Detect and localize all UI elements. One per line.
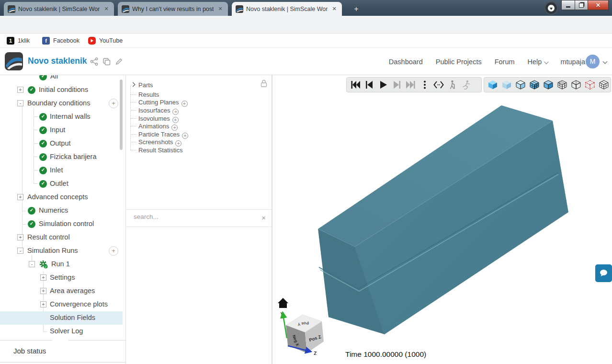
window-minimize-button[interactable] xyxy=(561,0,575,10)
add-boundary-condition-button[interactable] xyxy=(109,99,118,108)
play-button[interactable] xyxy=(378,80,388,90)
home-view-icon[interactable] xyxy=(278,298,288,308)
tab-close-icon[interactable]: ✕ xyxy=(102,5,110,13)
tree-item-fizicka-barijera[interactable]: Fizicka barijera xyxy=(0,150,123,164)
expand-chevron-icon[interactable] xyxy=(131,82,136,87)
surface-with-edges-view-icon[interactable] xyxy=(515,80,526,90)
tree-item-run-1[interactable]: - ✓ Run 1 xyxy=(0,258,123,271)
skip-to-end-button[interactable] xyxy=(406,80,416,90)
support-chat-button[interactable] xyxy=(595,264,612,282)
tree-item-inlet[interactable]: Inlet xyxy=(0,164,123,177)
tree-item-area-averages[interactable]: + Area averages xyxy=(0,284,123,298)
add-simulation-run-button[interactable] xyxy=(109,246,118,256)
tree-item-outlet[interactable]: Outlet xyxy=(0,177,123,191)
copy-project-icon[interactable] xyxy=(102,57,111,66)
parts-tree-item-isosurfaces[interactable]: Isosurfaces xyxy=(126,106,272,114)
parts-tree-item-cutting-planes[interactable]: Cutting Planes xyxy=(126,98,272,106)
edit-pencil-icon[interactable] xyxy=(115,57,124,66)
chat-bubble-icon xyxy=(599,269,608,277)
wireframe-view-icon[interactable] xyxy=(571,80,581,90)
view-cube-widget[interactable]: y Pos Y Neg X Pos Z z xyxy=(278,298,324,356)
geometry-model[interactable] xyxy=(318,105,568,334)
parts-tree-item-results[interactable]: Results xyxy=(126,91,272,98)
expander-icon[interactable]: + xyxy=(40,274,46,281)
walk-mode-icon[interactable] xyxy=(447,80,458,90)
next-frame-button[interactable] xyxy=(392,80,402,90)
tree-item-convergence-plots[interactable]: + Convergence plots xyxy=(0,298,123,311)
tree-item-internal-walls[interactable]: Internal walls xyxy=(0,110,123,124)
left-panel-scrollbar[interactable] xyxy=(120,80,123,150)
bookmark-1klik[interactable]: 1 1klik xyxy=(5,35,32,46)
nav-help[interactable]: Help xyxy=(528,58,548,66)
tree-item-boundary-conditions[interactable]: - Boundary conditions xyxy=(0,97,123,110)
solid-outline-view-icon[interactable] xyxy=(543,80,554,90)
parts-tree-item-screenshots[interactable]: Screenshots xyxy=(126,138,272,146)
tree-item-numerics[interactable]: Numerics xyxy=(0,204,123,217)
points-view-icon[interactable] xyxy=(585,80,595,90)
nav-forum[interactable]: Forum xyxy=(495,58,515,66)
bookmark-facebook[interactable]: f Facebook xyxy=(40,35,81,46)
expander-icon[interactable]: - xyxy=(29,261,35,267)
expander-icon[interactable]: - xyxy=(17,248,23,254)
expander-icon[interactable]: + xyxy=(17,194,23,200)
share-icon[interactable] xyxy=(90,57,99,66)
search-input[interactable] xyxy=(133,213,254,221)
viewport-3d[interactable]: y Pos Y Neg X Pos Z z xyxy=(272,75,612,364)
parts-tree-item-isovolumes[interactable]: Isovolumes xyxy=(126,114,272,122)
expander-icon[interactable]: - xyxy=(17,100,23,106)
browser-tab-2[interactable]: Why I can't view results in post p ✕ xyxy=(118,2,228,16)
record-extension-button[interactable] xyxy=(544,1,558,15)
solid-surface-view-icon[interactable] xyxy=(487,80,498,90)
parts-tree-item-animations[interactable]: Animations xyxy=(126,122,272,130)
user-avatar[interactable]: M xyxy=(586,55,600,68)
project-title: Novo staklenik xyxy=(28,56,87,66)
transparent-surface-view-icon[interactable] xyxy=(501,80,512,90)
expander-icon[interactable]: + xyxy=(17,234,23,240)
tree-item-initial-conditions[interactable]: + Initial conditions xyxy=(0,83,123,97)
nav-username[interactable]: mtupaja xyxy=(560,58,585,66)
tab-close-icon[interactable]: ✕ xyxy=(330,5,338,13)
expander-icon[interactable]: + xyxy=(17,87,23,93)
expander-icon[interactable]: + xyxy=(40,301,46,307)
tab-title: Novo staklenik | SimScale Workb xyxy=(18,6,100,12)
tree-item-simulation-control[interactable]: Simulation control xyxy=(0,217,123,231)
playback-options-kebab-icon[interactable] xyxy=(419,80,430,90)
bookmark-youtube[interactable]: YouTube xyxy=(86,35,125,46)
new-tab-button[interactable]: + xyxy=(350,4,363,14)
parts-tree-item-result-statistics[interactable]: Result Statistics xyxy=(126,146,272,154)
previous-frame-button[interactable] xyxy=(364,80,374,90)
tree-item-advanced-concepts[interactable]: + Advanced concepts xyxy=(0,191,123,204)
tab-title: Why I can't view results in post p xyxy=(132,6,214,12)
tree-item-all[interactable]: All xyxy=(0,75,123,83)
job-status-panel[interactable]: Job status xyxy=(0,341,125,363)
wireframe-mesh-view-icon[interactable] xyxy=(557,80,567,90)
tree-item-output[interactable]: Output xyxy=(0,137,123,150)
search-clear-icon[interactable]: × xyxy=(261,214,266,222)
surface-mesh-view-icon[interactable] xyxy=(529,80,540,90)
parts-tree-item-parts[interactable]: Parts xyxy=(126,81,272,89)
window-close-button[interactable]: ✕ xyxy=(588,0,609,10)
nav-dashboard[interactable]: Dashboard xyxy=(389,58,423,66)
window-restore-button[interactable] xyxy=(575,0,588,10)
viewport-canvas[interactable]: y Pos Y Neg X Pos Z z xyxy=(272,75,612,364)
tree-item-solver-log[interactable]: Solver Log xyxy=(0,325,123,338)
nav-public-projects[interactable]: Public Projects xyxy=(436,58,482,66)
frame-range-icon[interactable] xyxy=(433,80,444,90)
parts-tree-item-particle-traces[interactable]: Particle Traces xyxy=(126,130,272,138)
tree-item-solution-fields-selected[interactable]: Solution Fields xyxy=(0,311,123,325)
expander-icon[interactable]: + xyxy=(40,288,46,294)
caret-down-icon xyxy=(550,8,553,10)
tree-item-input[interactable]: Input xyxy=(0,124,123,137)
tree-item-result-control[interactable]: + Result control xyxy=(0,231,123,244)
browser-tab-1[interactable]: Novo staklenik | SimScale Workb ✕ xyxy=(4,2,114,16)
tree-item-settings[interactable]: + Settings xyxy=(0,271,123,284)
browser-tab-3-active[interactable]: Novo staklenik | SimScale Workb ✕ xyxy=(232,2,342,16)
tree-item-simulation-runs[interactable]: - Simulation Runs xyxy=(0,244,123,258)
avatar-chevron-down-icon[interactable] xyxy=(603,59,608,64)
run-mode-icon[interactable] xyxy=(461,80,472,90)
time-readout: Time 1000.00000 (1000) xyxy=(345,350,426,359)
skip-to-start-button[interactable] xyxy=(350,80,361,90)
tab-close-icon[interactable]: ✕ xyxy=(216,5,224,13)
search-box: × xyxy=(126,209,272,227)
hidden-line-view-icon[interactable] xyxy=(599,80,609,90)
